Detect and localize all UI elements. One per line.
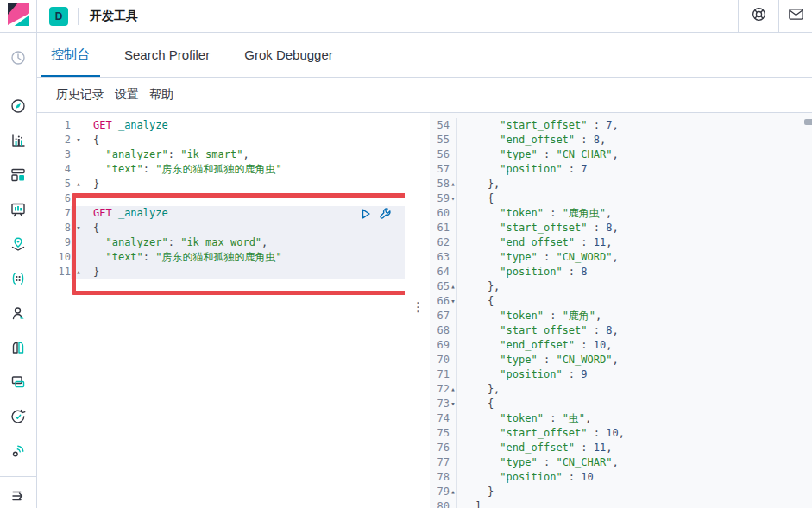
code-line: 56 "type" : "CN_CHAR", [430,147,812,162]
code-text: "end_offset" : 8, [456,133,606,147]
code-line: 71 "position" : 9 [430,367,812,382]
scrollbar-corner [804,119,812,125]
fold-gutter [71,235,86,250]
fold-toggle-icon[interactable]: ▾ [450,191,456,206]
visualize-chart-icon [9,132,27,153]
nav-uptime-check[interactable] [0,405,36,431]
nav-monitoring-stack[interactable] [0,371,36,397]
fold-toggle-icon[interactable]: ▾ [71,221,86,235]
kibana-logo-button[interactable] [0,0,37,32]
code-text: { [86,133,99,147]
header-actions [738,0,812,32]
play-send-request-icon[interactable] [360,207,372,220]
fold-gutter [450,426,456,441]
line-number: 66 [430,294,450,309]
fold-toggle-icon[interactable]: ▴ [450,177,456,191]
console-menu-settings[interactable]: 设置 [115,87,139,103]
code-line[interactable]: 7GET _analyze [37,206,405,221]
fold-toggle-icon[interactable]: ▴ [71,177,86,191]
nav-maps-pin[interactable] [0,233,36,259]
code-line[interactable]: 10 "text": "房东的猫和孤独的鹿角虫" [37,250,405,265]
tab-search-profiler[interactable]: Search Profiler [114,33,220,77]
code-text: "end_offset" : 11, [456,441,612,455]
fold-gutter [450,206,456,221]
kibana-logo-icon [8,3,29,29]
code-text: { [86,221,99,235]
line-number: 73 [430,397,450,411]
code-text: "end_offset" : 11, [456,235,612,250]
tab-console[interactable]: 控制台 [41,33,100,77]
request-editor-pane[interactable]: 1GET _analyze2▾{3 "analyzer": "ik_smart"… [37,113,405,508]
nav-dashboard[interactable] [0,164,36,190]
code-line[interactable]: 11▴} [37,265,405,279]
line-number: 71 [430,367,450,382]
apm-signal-icon [9,442,27,463]
code-line[interactable]: 8▾{ [37,221,405,235]
monitoring-stack-icon [9,373,27,394]
fold-gutter [450,235,456,250]
nav-visualize-chart[interactable] [0,129,36,155]
pane-splitter[interactable]: ⋮ [405,113,430,508]
console-menu-help[interactable]: 帮助 [149,87,173,103]
console-editors: 1GET _analyze2▾{3 "analyzer": "ik_smart"… [37,113,812,508]
line-number: 4 [37,162,71,177]
code-line[interactable]: 6 [37,191,405,206]
nav-canvas[interactable] [0,198,36,224]
code-line[interactable]: 3 "analyzer": "ik_smart", [37,147,405,162]
code-line[interactable]: 9 "analyzer": "ik_max_word", [37,235,405,250]
code-line: 74 "token" : "虫", [430,411,812,426]
code-text: "token" : "鹿角虫", [456,206,612,221]
discover-compass-icon [9,97,27,118]
nav-clock[interactable] [0,47,36,72]
code-line: 79▴ } [430,485,812,499]
nav-collapse-menu[interactable] [0,485,36,508]
code-line[interactable]: 1GET _analyze [37,118,405,133]
help-lifebuoy-icon [751,6,767,26]
line-number: 7 [37,206,71,221]
fold-toggle-icon[interactable]: ▾ [71,133,86,147]
code-text: "position" : 8 [456,265,588,279]
newsfeed-button[interactable] [779,0,812,32]
code-line: 61 "start_offset" : 8, [430,221,812,235]
nav-discover-compass[interactable] [0,95,36,121]
fold-toggle-icon[interactable]: ▾ [450,294,456,309]
wrench-request-options-icon[interactable] [379,207,392,220]
tab-grok-debugger[interactable]: Grok Debugger [234,33,343,77]
main-content: 控制台Search ProfilerGrok Debugger 历史记录设置帮助 [37,33,812,508]
console-menu-history[interactable]: 历史记录 [56,87,104,103]
fold-gutter [450,441,456,455]
line-number: 55 [430,133,450,147]
fold-gutter [450,265,456,279]
code-text: "text": "房东的猫和孤独的鹿角虫" [86,250,282,265]
fold-gutter [450,353,456,367]
fold-gutter [450,118,456,133]
code-line[interactable]: 2▾{ [37,133,405,147]
help-button[interactable] [739,0,778,32]
code-text [86,191,93,206]
code-line[interactable]: 4 "text": "房东的猫和孤独的鹿角虫" [37,162,405,177]
fold-toggle-icon[interactable]: ▴ [71,265,86,279]
splitter-drag-handle[interactable]: ⋮ [412,299,425,315]
sidebar-divider [0,78,36,78]
code-text: "analyzer": "ik_smart", [86,147,249,162]
fold-toggle-icon[interactable]: ▴ [450,382,456,397]
nav-apm-signal[interactable] [0,440,36,466]
nav-machine-learning[interactable] [0,267,36,293]
space-avatar[interactable]: D [49,7,68,26]
code-text: "text": "房东的猫和孤独的鹿角虫" [86,162,282,177]
fold-toggle-icon[interactable]: ▴ [450,485,456,499]
line-number: 56 [430,147,450,162]
fold-toggle-icon[interactable]: ▴ [450,279,456,294]
fold-gutter [450,162,456,177]
code-line: 54 "start_offset" : 7, [430,118,812,133]
nav-devtools-pages[interactable] [0,336,36,362]
code-text: } [86,177,99,191]
response-output-pane[interactable]: 54 "start_offset" : 7,55 "end_offset" : … [430,113,812,508]
line-number: 57 [430,162,450,177]
line-number: 59 [430,191,450,206]
nav-graph-user[interactable] [0,302,36,328]
fold-toggle-icon[interactable]: ▾ [450,397,456,411]
line-number: 68 [430,323,450,338]
code-line[interactable]: 5▴} [37,177,405,191]
kibana-dev-tools-screen: D 开发工具 [0,0,812,508]
